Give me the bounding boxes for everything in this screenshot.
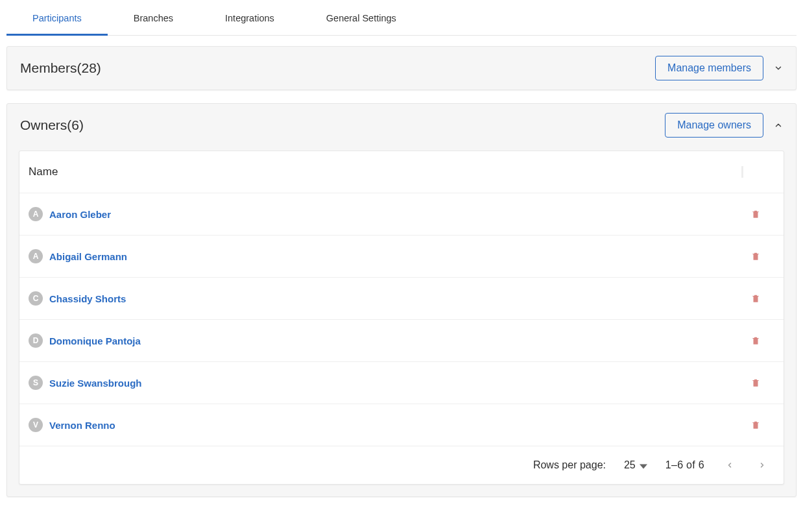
column-resize-handle[interactable] <box>741 166 743 178</box>
tab-general-settings[interactable]: General Settings <box>300 4 422 35</box>
avatar: S <box>29 376 43 390</box>
trash-icon[interactable] <box>751 251 760 261</box>
next-page-button[interactable] <box>755 458 769 472</box>
table-row: AAaron Gleber <box>19 193 784 236</box>
user-link[interactable]: Domonique Pantoja <box>49 335 141 346</box>
avatar: D <box>29 333 43 348</box>
column-header-name[interactable]: Name <box>19 151 784 193</box>
members-panel: Members(28) Manage members <box>6 46 797 90</box>
dropdown-triangle-icon <box>640 461 647 469</box>
members-title: Members(28) <box>20 60 101 76</box>
owners-table: Name AAaron GleberAAbigail GermannCChass… <box>19 151 784 485</box>
trash-icon[interactable] <box>751 209 760 219</box>
manage-members-button[interactable]: Manage members <box>655 56 763 80</box>
svg-marker-0 <box>640 464 647 468</box>
user-link[interactable]: Suzie Swansbrough <box>49 378 142 389</box>
prev-page-button[interactable] <box>723 458 737 472</box>
avatar: A <box>29 249 43 263</box>
owners-title: Owners(6) <box>20 117 84 133</box>
table-footer: Rows per page: 25 1–6 of 6 <box>19 446 784 484</box>
avatar: V <box>29 418 43 432</box>
trash-icon[interactable] <box>751 335 760 346</box>
tabs: Participants Branches Integrations Gener… <box>6 4 797 36</box>
table-row: VVernon Renno <box>19 404 784 446</box>
rows-per-page-select[interactable]: 25 <box>624 459 647 471</box>
table-row: CChassidy Shorts <box>19 278 784 320</box>
tab-branches[interactable]: Branches <box>108 4 199 35</box>
user-link[interactable]: Chassidy Shorts <box>49 293 126 304</box>
user-link[interactable]: Aaron Gleber <box>49 209 111 220</box>
table-row: DDomonique Pantoja <box>19 320 784 362</box>
chevron-up-icon[interactable] <box>774 121 783 130</box>
tab-participants[interactable]: Participants <box>6 4 108 35</box>
rows-per-page-value: 25 <box>624 459 636 471</box>
trash-icon[interactable] <box>751 293 760 304</box>
avatar: A <box>29 207 43 221</box>
table-row: AAbigail Germann <box>19 236 784 278</box>
chevron-down-icon[interactable] <box>774 64 783 73</box>
trash-icon[interactable] <box>751 420 760 430</box>
tab-integrations[interactable]: Integrations <box>199 4 300 35</box>
rows-per-page-label: Rows per page: <box>533 459 606 471</box>
owners-panel: Owners(6) Manage owners Name AAaron Gleb… <box>6 103 797 497</box>
trash-icon[interactable] <box>751 378 760 388</box>
column-header-label: Name <box>29 165 58 178</box>
user-link[interactable]: Abigail Germann <box>49 251 127 262</box>
pagination-range: 1–6 of 6 <box>665 459 704 471</box>
table-row: SSuzie Swansbrough <box>19 362 784 404</box>
user-link[interactable]: Vernon Renno <box>49 420 115 431</box>
manage-owners-button[interactable]: Manage owners <box>665 113 763 138</box>
avatar: C <box>29 291 43 306</box>
